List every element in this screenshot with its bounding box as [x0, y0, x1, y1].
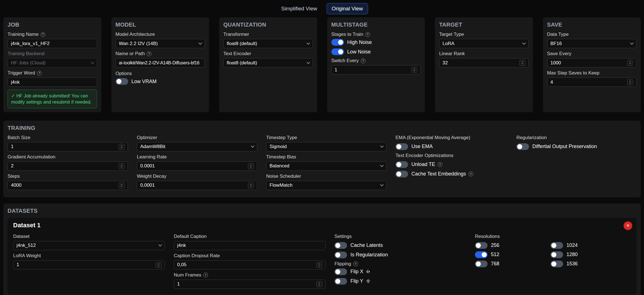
dataset-select[interactable]: j4nk_512	[13, 241, 165, 250]
help-icon[interactable]: ?	[203, 273, 208, 277]
number-stepper-icon[interactable]	[248, 163, 254, 169]
resolution-1024-toggle[interactable]	[551, 242, 563, 249]
use-ema-toggle[interactable]	[395, 143, 408, 150]
number-stepper-icon[interactable]	[411, 67, 417, 73]
timestep-bias-label-text: Timestep Bias	[266, 154, 296, 160]
text-encoder-label-text: Text Encoder	[223, 51, 251, 57]
training-name-input[interactable]: j4nk_lora_v1_HF2	[8, 39, 97, 48]
timestep-type-select[interactable]: Sigmoid	[266, 142, 387, 151]
number-stepper-icon[interactable]	[519, 60, 525, 66]
transformer-select[interactable]: float8 (default)	[223, 39, 313, 48]
resolution-1280-toggle[interactable]	[551, 251, 563, 258]
name-or-path-field: Name or Path ? ai-toolkit/Wan2.2-I2V-A14…	[116, 51, 205, 67]
differential-output-preservation-toggle[interactable]	[516, 143, 529, 150]
unload-te-toggle[interactable]	[395, 161, 408, 168]
cache-latents-label: Cache Latents	[350, 242, 383, 248]
data-type-select[interactable]: BF16	[547, 39, 637, 48]
high-noise-toggle[interactable]	[331, 39, 344, 46]
flipping-label: Flipping ?	[334, 261, 466, 267]
model-architecture-label: Model Architecture	[116, 32, 205, 37]
help-icon[interactable]: ?	[37, 71, 42, 76]
switch-every-input[interactable]: 1	[331, 65, 421, 74]
close-icon: ✕	[626, 223, 630, 228]
app-root: Simplified View Original View JOB Traini…	[0, 0, 644, 295]
flip-y-toggle[interactable]	[334, 278, 347, 285]
default-caption-input[interactable]: j4nk	[174, 241, 325, 250]
flip-x-toggle[interactable]	[334, 268, 347, 275]
timestep-bias-label: Timestep Bias	[266, 154, 387, 160]
number-stepper-icon[interactable]	[316, 281, 322, 287]
num-frames-input[interactable]: 1	[174, 280, 325, 289]
job-success-message: ✓ HF Job already submitted! You can modi…	[8, 90, 97, 108]
number-stepper-icon[interactable]	[119, 144, 125, 150]
text-encoder-select[interactable]: float8 (default)	[223, 58, 313, 67]
is-regularization-toggle[interactable]	[334, 252, 347, 258]
noise-scheduler-select[interactable]: FlowMatch	[266, 181, 387, 190]
multistage-title: MULTISTAGE	[331, 22, 421, 28]
num-frames-field: Num Frames ? 1	[174, 272, 325, 289]
help-icon[interactable]: ?	[147, 51, 151, 56]
resolution-1280-label: 1280	[566, 252, 578, 257]
low-vram-row: Low VRAM	[116, 78, 205, 85]
learning-rate-input[interactable]: 0.0001	[137, 161, 257, 171]
tab-original-view[interactable]: Original View	[327, 3, 368, 14]
model-architecture-select[interactable]: Wan 2.2 I2V (14B)	[116, 39, 205, 48]
training-grid: Batch Size 1 Gradient Accumulation 2 Ste…	[8, 135, 636, 193]
help-icon[interactable]: ?	[353, 261, 358, 266]
low-vram-toggle[interactable]	[116, 78, 128, 85]
name-or-path-input[interactable]: ai-toolkit/Wan2.2-I2V-A14B-Diffusers-bf1…	[116, 58, 205, 67]
is-regularization-row: Is Regularization	[334, 252, 466, 258]
optimizer-select[interactable]: AdamW8Bit	[137, 142, 257, 151]
resolution-512-toggle[interactable]	[475, 251, 488, 258]
steps-input[interactable]: 4000	[8, 181, 128, 190]
resolution-768-toggle[interactable]	[475, 261, 488, 267]
resolution-1536-toggle[interactable]	[551, 261, 563, 267]
weight-decay-label-text: Weight Decay	[137, 174, 167, 179]
resolutions-grid: 256 1024 512 1280	[475, 242, 631, 270]
noise-scheduler-label: Noise Scheduler	[266, 174, 387, 179]
save-every-field: Save Every 1000	[547, 51, 637, 67]
save-title: SAVE	[547, 22, 637, 28]
cache-latents-toggle[interactable]	[334, 242, 347, 249]
tab-simplified-view[interactable]: Simplified View	[276, 3, 322, 14]
weight-decay-field: Weight Decay 0,0001	[137, 174, 257, 190]
number-stepper-icon[interactable]	[248, 182, 254, 188]
help-icon[interactable]: ?	[469, 172, 473, 176]
input-value: j4nk_lora_v1_HF2	[11, 41, 50, 46]
batch-size-input[interactable]: 1	[8, 142, 128, 151]
low-noise-toggle[interactable]	[331, 48, 344, 55]
cache-text-embeddings-toggle[interactable]	[395, 171, 408, 177]
trigger-word-input[interactable]: j4nk	[8, 78, 97, 87]
target-title: TARGET	[439, 22, 529, 28]
number-stepper-icon[interactable]	[316, 262, 322, 268]
max-step-saves-input[interactable]: 4	[547, 78, 637, 87]
training-backend-select[interactable]: HF Jobs (Cloud)	[8, 58, 97, 67]
remove-dataset-button[interactable]: ✕	[624, 221, 632, 230]
save-every-input[interactable]: 1000	[547, 58, 637, 67]
number-stepper-icon[interactable]	[156, 262, 161, 268]
help-icon[interactable]: ?	[365, 32, 370, 37]
lora-weight-input[interactable]: 1	[13, 260, 165, 270]
batch-size-label-text: Batch Size	[8, 135, 30, 141]
input-value: 1	[335, 67, 337, 73]
timestep-type-label-text: Timestep Type	[266, 135, 297, 141]
resolution-256-toggle[interactable]	[475, 242, 488, 249]
number-stepper-icon[interactable]	[119, 182, 125, 188]
target-type-select[interactable]: LoRA	[439, 39, 529, 48]
help-icon[interactable]: ?	[41, 32, 45, 37]
weight-decay-input[interactable]: 0,0001	[137, 181, 257, 190]
gradient-accumulation-input[interactable]: 2	[8, 161, 128, 171]
view-tabs: Simplified View Original View	[0, 0, 644, 17]
help-icon[interactable]: ?	[361, 58, 366, 63]
help-icon[interactable]: ?	[438, 162, 442, 167]
training-col-4: EMA (Exponential Moving Average) Use EMA…	[395, 135, 507, 193]
number-stepper-icon[interactable]	[627, 79, 633, 85]
job-title: JOB	[8, 22, 97, 28]
trigger-word-label: Trigger Word ?	[8, 70, 97, 76]
timestep-bias-select[interactable]: Balanced	[266, 161, 387, 171]
target-type-field: Target Type LoRA	[439, 32, 529, 48]
number-stepper-icon[interactable]	[627, 60, 633, 66]
caption-dropout-input[interactable]: 0,05	[174, 260, 325, 270]
number-stepper-icon[interactable]	[119, 163, 125, 169]
linear-rank-input[interactable]: 32	[439, 58, 529, 67]
